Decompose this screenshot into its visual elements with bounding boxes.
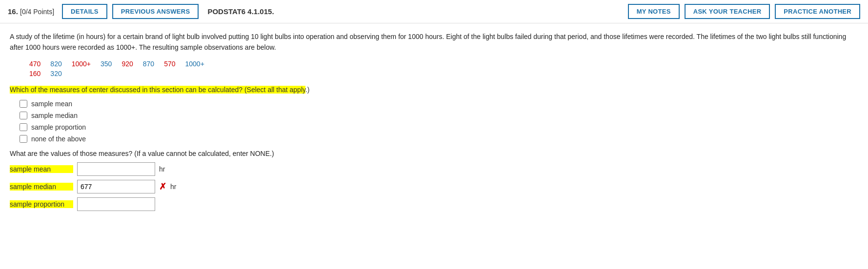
- sample-median-input[interactable]: [77, 180, 155, 193]
- checkbox-item-sample-proportion: sample proportion: [20, 123, 858, 131]
- previous-answers-button[interactable]: PREVIOUS ANSWERS: [112, 4, 199, 19]
- label-sample-mean: sample mean: [31, 100, 72, 108]
- label-none-above: none of the above: [31, 135, 86, 143]
- data-val-870: 870: [143, 60, 154, 68]
- data-val-1000plus-2: 1000+: [185, 60, 204, 68]
- data-val-820: 820: [50, 60, 61, 68]
- sample-proportion-input[interactable]: [77, 197, 155, 211]
- checkbox-item-none-above: none of the above: [20, 135, 858, 143]
- ask-teacher-button[interactable]: ASK YOUR TEACHER: [685, 4, 770, 19]
- checkbox-sample-mean[interactable]: [20, 100, 27, 108]
- checkbox-item-sample-mean: sample mean: [20, 100, 858, 108]
- my-notes-button[interactable]: MY NOTES: [628, 4, 680, 19]
- question-code: PODSTAT6 4.1.015.: [207, 7, 623, 16]
- checkbox-sample-median[interactable]: [20, 112, 27, 119]
- checkbox-none-above[interactable]: [20, 135, 27, 143]
- header-right-buttons: MY NOTES ASK YOUR TEACHER PRACTICE ANOTH…: [628, 4, 860, 19]
- error-icon: ✗: [159, 181, 166, 192]
- sample-mean-input[interactable]: [77, 162, 155, 176]
- problem-statement: A study of the lifetime (in hours) for a…: [10, 31, 858, 53]
- question1-period: .): [305, 86, 310, 94]
- data-row-2: 160 320: [29, 70, 858, 77]
- sample-mean-unit: hr: [159, 165, 165, 173]
- header-bar: 16. [0/4 Points] DETAILS PREVIOUS ANSWER…: [0, 0, 868, 23]
- question-number: 16. [0/4 Points]: [8, 7, 54, 16]
- value-row-sample-median: sample median ✗ hr: [10, 180, 858, 193]
- checkbox-options: sample mean sample median sample proport…: [20, 100, 858, 143]
- sample-mean-label: sample mean: [10, 165, 73, 173]
- values-question-text: What are the values of those measures? (…: [10, 150, 858, 157]
- data-val-160: 160: [29, 70, 40, 77]
- sample-median-label: sample median: [10, 183, 73, 191]
- checkbox-item-sample-median: sample median: [20, 112, 858, 119]
- question1: Which of the measures of center discusse…: [10, 84, 858, 95]
- data-values: 470 820 1000+ 350 920 870 570 1000+ 160 …: [29, 60, 858, 77]
- sample-proportion-label: sample proportion: [10, 200, 73, 208]
- value-row-sample-mean: sample mean hr: [10, 162, 858, 176]
- sample-median-unit: hr: [170, 183, 176, 191]
- data-val-1000plus-1: 1000+: [72, 60, 91, 68]
- practice-another-button[interactable]: PRACTICE ANOTHER: [775, 4, 860, 19]
- label-sample-proportion: sample proportion: [31, 123, 86, 131]
- data-row-1: 470 820 1000+ 350 920 870 570 1000+: [29, 60, 858, 68]
- values-section: What are the values of those measures? (…: [10, 150, 858, 211]
- details-button[interactable]: DETAILS: [62, 4, 107, 19]
- question1-highlighted-text: Which of the measures of center discusse…: [10, 86, 305, 94]
- value-row-sample-proportion: sample proportion: [10, 197, 858, 211]
- data-val-920: 920: [121, 60, 133, 68]
- label-sample-median: sample median: [31, 112, 78, 119]
- content-area: A study of the lifetime (in hours) for a…: [0, 23, 868, 223]
- data-val-350: 350: [101, 60, 112, 68]
- data-val-570: 570: [164, 60, 175, 68]
- data-val-320: 320: [50, 70, 61, 77]
- data-val-470: 470: [29, 60, 40, 68]
- checkbox-sample-proportion[interactable]: [20, 123, 27, 131]
